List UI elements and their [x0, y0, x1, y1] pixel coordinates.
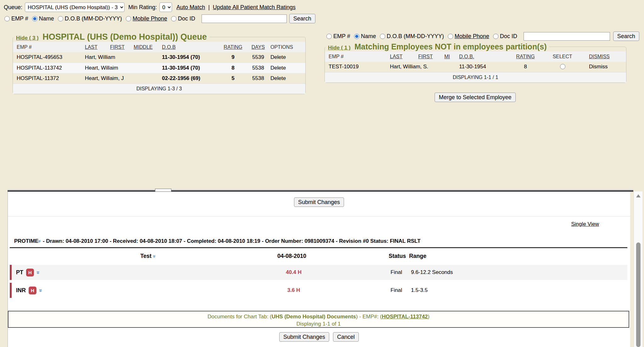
order-details: - Drawn: 04-08-2010 17:00 - Received: 04…	[43, 238, 420, 244]
merge-button-row: Merge to Selected Employee	[325, 93, 626, 102]
dismiss-link[interactable]: Dismiss	[585, 62, 626, 72]
search-button-left[interactable]: Search	[289, 14, 315, 23]
table-row: TEST-10019 Hart, William, S. 11-30-1954 …	[325, 62, 626, 72]
name-cell: Hart, William, S.	[389, 62, 458, 72]
col-mi[interactable]: MI	[443, 51, 458, 62]
documents-displaying-label: Displaying 1-1 of 1	[8, 320, 629, 327]
search-button-right[interactable]: Search	[613, 31, 639, 41]
search-option-dob-left[interactable]: D.O.B (MM-DD-YYYY)	[58, 15, 122, 22]
name-radio-left[interactable]	[32, 16, 37, 21]
search-option-dob-right[interactable]: D.O.B (MM-DD-YYYY)	[380, 33, 444, 40]
chevron-down-icon[interactable]: »	[38, 289, 44, 292]
documents-suffix: )	[428, 314, 430, 320]
search-option-docid-left[interactable]: Doc ID	[171, 15, 195, 22]
search-option-mobile-left[interactable]: Mobile Phone	[126, 15, 167, 22]
queue-hide-link[interactable]: Hide ( 3 )	[16, 35, 39, 41]
mobile-radio-left[interactable]	[126, 16, 131, 21]
search-option-name-left[interactable]: Name	[32, 15, 54, 22]
emp-radio-left[interactable]	[4, 16, 10, 21]
emp-radio-right[interactable]	[326, 34, 332, 39]
match-table: EMP # LAST FIRST MI D.O.B. RATING SELECT…	[325, 51, 626, 82]
search-option-emp-left[interactable]: EMP #	[4, 15, 28, 22]
col-date: 04-08-2010	[254, 253, 330, 259]
col-dismiss[interactable]: DISMISS	[585, 51, 626, 62]
delete-link[interactable]: Delete	[269, 73, 305, 83]
delete-link[interactable]: Delete	[269, 52, 305, 63]
docid-radio-right[interactable]	[493, 34, 498, 39]
documents-emp-link[interactable]: HOSPITAL-113742	[382, 314, 428, 320]
search-input-left[interactable]	[202, 14, 287, 23]
queue-label: Queue:	[4, 4, 22, 11]
search-option-emp-right[interactable]: EMP #	[326, 33, 350, 40]
update-all-ratings-link[interactable]: Update All Patient Match Ratings	[213, 4, 296, 11]
col-rating[interactable]: RATING	[219, 42, 247, 52]
result-range: 9.6-12.2 Seconds	[411, 265, 453, 280]
col-days[interactable]: DAYS	[247, 42, 269, 52]
min-rating-select[interactable]: 0	[159, 3, 172, 12]
match-panel: Hide ( 1 ) Matching Employees NOT in emp…	[325, 42, 626, 83]
mobile-radio-right[interactable]	[448, 34, 453, 39]
section-divider	[8, 216, 630, 217]
search-option-mobile-right[interactable]: Mobile Phone	[448, 33, 489, 40]
queue-search-row: EMP # Name D.O.B (MM-DD-YYYY) Mobile Pho…	[4, 14, 315, 23]
dob-radio-right[interactable]	[380, 34, 385, 39]
search-option-docid-right[interactable]: Doc ID	[493, 33, 517, 40]
match-hide-link[interactable]: Hide ( 1 )	[328, 45, 351, 51]
auto-match-link[interactable]: Auto Match	[176, 4, 205, 11]
col-first[interactable]: FIRST	[417, 51, 443, 62]
queue-table-header: EMP # LAST FIRST MIDDLE D.O.B RATING DAY…	[13, 42, 305, 52]
dob-radio-left[interactable]	[58, 16, 63, 21]
col-last[interactable]: LAST	[84, 42, 109, 52]
scroll-up-arrow-icon[interactable]	[636, 194, 641, 197]
vertical-scrollbar-thumb[interactable]	[636, 242, 641, 347]
results-panel: Submit Changes Single View PROTIME» - Dr…	[8, 192, 630, 347]
chevron-down-icon[interactable]: »	[152, 255, 157, 258]
dob-cell: 11-30-1954 (70)	[161, 52, 219, 63]
mobile-radio-label: Mobile Phone	[133, 15, 167, 22]
merge-to-selected-button[interactable]: Merge to Selected Employee	[435, 93, 515, 102]
name-cell: Heart, Willaim, J	[84, 73, 161, 83]
documents-box: Documents for Chart Tab: (UHS (Demo Hosp…	[8, 311, 629, 328]
submit-changes-button-top[interactable]: Submit Changes	[294, 197, 344, 207]
horizontal-scrollbar-thumb[interactable]	[155, 189, 171, 192]
test-name: INR	[16, 287, 26, 294]
result-row-pt: PT H » 40.4 H Final 9.6-12.2 Seconds	[10, 265, 627, 280]
col-first[interactable]: FIRST	[109, 42, 132, 52]
select-employee-radio[interactable]	[560, 64, 565, 69]
single-view-link[interactable]: Single View	[571, 221, 599, 227]
match-displaying-label: DISPLAYING 1-1 / 1	[325, 72, 626, 82]
table-row: HOSPITAL-113742 Heart, Willaim 11-30-195…	[13, 63, 305, 73]
table-footer-row: DISPLAYING 1-3 / 3	[13, 83, 305, 94]
chevron-down-icon[interactable]: »	[37, 240, 42, 243]
name-cell: Hart, William	[84, 52, 161, 63]
rating-cell: 8	[219, 63, 247, 73]
match-table-header: EMP # LAST FIRST MI D.O.B. RATING SELECT…	[325, 51, 626, 62]
col-dob[interactable]: D.O.B.	[458, 51, 511, 62]
queue-panel-legend: Hide ( 3 ) HOSPITAL (UHS (Demo Hospital)…	[14, 32, 209, 42]
rating-cell: 8	[511, 62, 540, 72]
col-status: Status	[389, 253, 406, 259]
docid-radio-left[interactable]	[171, 16, 176, 21]
dob-radio-label: D.O.B (MM-DD-YYYY)	[65, 15, 122, 22]
days-cell: 5538	[247, 73, 269, 83]
col-last[interactable]: LAST	[389, 51, 417, 62]
delete-link[interactable]: Delete	[269, 63, 305, 73]
queue-select[interactable]: HOSPITAL (UHS (Demo Hospital)) - 3	[25, 3, 125, 12]
col-dob[interactable]: D.O.B	[161, 42, 219, 52]
min-rating-label: Min Rating:	[128, 4, 157, 11]
chevron-down-icon[interactable]: »	[36, 271, 42, 274]
cancel-button[interactable]: Cancel	[333, 332, 359, 342]
bottom-buttons-row: Submit Changes Cancel	[8, 332, 630, 342]
submit-changes-button-bottom[interactable]: Submit Changes	[279, 332, 329, 342]
col-middle[interactable]: MIDDLE	[132, 42, 161, 52]
search-input-right[interactable]	[524, 32, 610, 41]
order-test-name: PROTIME	[14, 238, 38, 244]
rating-cell: 5	[219, 73, 247, 83]
col-rating[interactable]: RATING	[511, 51, 540, 62]
col-options: OPTIONS	[269, 42, 305, 52]
search-option-name-right[interactable]: Name	[354, 33, 376, 40]
name-radio-right[interactable]	[354, 34, 359, 39]
vertical-scrollbar[interactable]	[634, 191, 642, 347]
col-select: SELECT	[540, 51, 585, 62]
emp-radio-label: EMP #	[11, 15, 28, 22]
